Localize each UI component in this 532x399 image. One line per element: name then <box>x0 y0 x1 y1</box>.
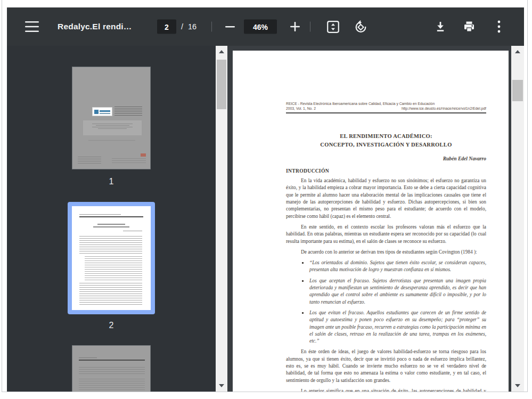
paragraph: Lo anterior significa que en una situaci… <box>286 388 486 392</box>
thumbnail-preview <box>88 140 135 141</box>
hamburger-icon <box>25 21 39 32</box>
thumbnail-page-1[interactable] <box>72 67 151 169</box>
thumbnail-preview <box>141 153 146 157</box>
fit-page-icon <box>326 20 340 34</box>
thumbnail-preview <box>93 226 129 227</box>
thumbnail-preview <box>123 231 142 231</box>
sidebar-scrollbar[interactable] <box>216 46 227 392</box>
scroll-up-arrow[interactable] <box>511 46 524 58</box>
thumbnail-page-3[interactable] <box>72 345 151 392</box>
paragraph: En éste orden de ideas, el juego de valo… <box>286 348 486 384</box>
thumbnail-label-1: 1 <box>72 177 151 186</box>
page-divider: / <box>181 22 183 31</box>
thumbnail-preview <box>112 158 146 164</box>
three-dot-menu-icon <box>497 20 501 33</box>
thumbnail-preview <box>85 256 142 281</box>
document-page-2: REICE - Revista Electrónica Iberoamerica… <box>233 51 509 392</box>
print-button[interactable] <box>459 16 480 37</box>
toolbar-separator <box>310 22 310 32</box>
download-icon <box>435 21 446 32</box>
thumbnail-preview <box>83 120 142 135</box>
list-item: Los que evitan el fracaso. Aquellos estu… <box>301 310 486 345</box>
plus-icon <box>290 22 300 31</box>
thumbnail-preview <box>79 379 145 392</box>
thumbnail-preview <box>79 360 145 361</box>
thumbnail-preview <box>97 224 125 225</box>
thumbnail-preview <box>79 367 145 376</box>
section-heading: INTRODUCCIÓN <box>286 168 486 174</box>
thumbnail-preview <box>79 214 121 215</box>
pdf-viewer: Redalyc.El rendi… / 16 <box>7 7 524 392</box>
zoom-level-input[interactable] <box>244 20 277 34</box>
thumbnail-label-2: 2 <box>72 321 151 330</box>
article-title-line1: EL RENDIMIENTO ACADÉMICO: <box>286 132 486 141</box>
document-title: Redalyc.El rendi… <box>58 22 132 31</box>
fit-to-page-button[interactable] <box>322 16 343 37</box>
document-scrollbar-thumb[interactable] <box>512 80 523 101</box>
list-item: Los que aceptan el fracaso. Sujetos derr… <box>301 278 486 306</box>
thumbnail-preview <box>79 216 143 217</box>
page-number-input[interactable] <box>157 20 176 34</box>
more-options-button[interactable] <box>488 16 510 37</box>
page-total: 16 <box>188 22 197 31</box>
menu-button[interactable] <box>21 16 43 37</box>
article-author: Rubén Edel Navarro <box>286 156 486 161</box>
thumbnail-page-2-selected[interactable] <box>68 202 155 314</box>
list-item: “Los orientados al dominio. Sujetos que … <box>301 259 486 274</box>
rotate-button[interactable] <box>350 16 371 37</box>
thumbnail-preview <box>72 206 151 310</box>
journal-name: REICE - Revista Electrónica Iberoamerica… <box>286 102 486 107</box>
scroll-up-arrow[interactable] <box>216 46 227 58</box>
thumbnail-preview <box>79 283 142 306</box>
scroll-down-arrow[interactable] <box>511 380 524 392</box>
thumbnail-preview <box>79 236 142 254</box>
minus-icon <box>225 26 235 28</box>
student-types-list: “Los orientados al dominio. Sujetos que … <box>301 259 486 345</box>
journal-volume: 2003, Vol. 1, No. 2 <box>286 107 316 111</box>
journal-url: http://www.ice.deusto.es/rinace/reice/vo… <box>402 107 486 111</box>
print-icon <box>463 20 476 33</box>
paragraph: En este sentido, en el contexto escolar … <box>286 224 486 245</box>
journal-header: REICE - Revista Electrónica Iberoamerica… <box>286 102 486 113</box>
pdf-toolbar: Redalyc.El rendi… / 16 <box>7 7 524 46</box>
article-title: EL RENDIMIENTO ACADÉMICO: CONCEPTO, INVE… <box>286 132 486 149</box>
zoom-out-button[interactable] <box>219 16 241 37</box>
thumbnail-preview <box>92 107 112 116</box>
zoom-in-button[interactable] <box>284 16 306 37</box>
rotate-counterclockwise-icon <box>354 20 368 34</box>
download-button[interactable] <box>430 16 451 37</box>
thumbnail-preview <box>78 157 101 164</box>
scroll-down-arrow[interactable] <box>216 380 227 392</box>
article-title-line2: CONCEPTO, INVESTIGACIÓN Y DESARROLLO <box>286 141 486 149</box>
paragraph: De acuerdo con lo anterior se derivan tr… <box>286 249 486 256</box>
header-rule <box>286 112 486 113</box>
thumbnail-sidebar: 1 2 <box>7 46 216 392</box>
viewer-content: 1 2 <box>7 46 524 392</box>
sidebar-scrollbar-thumb[interactable] <box>217 60 226 109</box>
paragraph: En la vida académica, habilidad y esfuer… <box>286 177 486 220</box>
thumbnail-preview <box>114 107 142 117</box>
document-scrollbar[interactable] <box>511 46 524 392</box>
toolbar-separator <box>211 22 212 32</box>
thumbnail-preview <box>79 357 97 358</box>
